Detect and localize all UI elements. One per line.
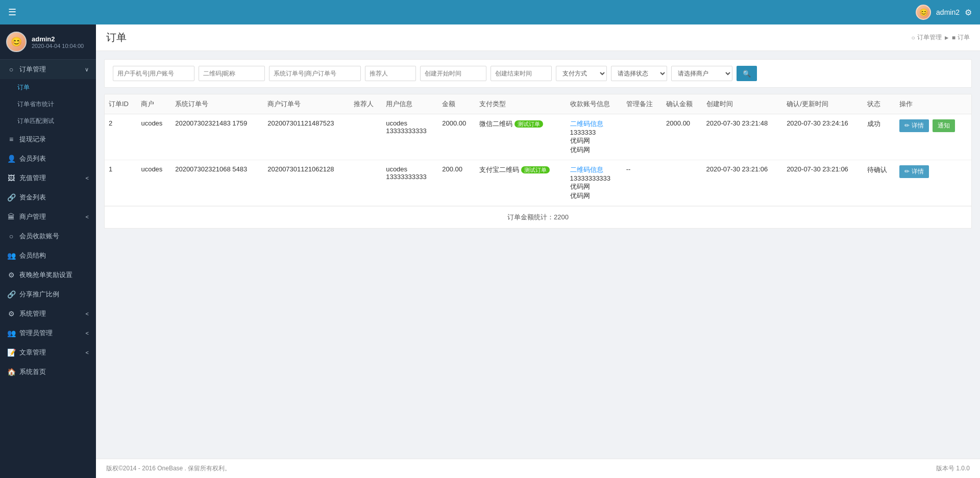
detail-btn-2[interactable]: ✏ 详情 bbox=[899, 165, 928, 178]
system-home-icon: 🏠 bbox=[7, 368, 15, 376]
cell-sys-order-2: 202007302321068 5483 bbox=[171, 160, 263, 206]
cell-payment-type-1: 微信二维码测试订单 bbox=[475, 114, 566, 160]
sidebar-item-admin-mgmt[interactable]: 👥 管理员管理 < bbox=[0, 323, 96, 343]
merchant-select[interactable]: 请选择商户 bbox=[671, 66, 732, 81]
cell-referrer-1 bbox=[350, 114, 382, 160]
settings-icon[interactable]: ⚙ bbox=[965, 8, 972, 17]
cell-actions-2: ✏ 详情 bbox=[895, 160, 971, 206]
user-info-name-1: ucodes bbox=[386, 119, 434, 127]
sidebar-item-fund[interactable]: 🔗 资金列表 bbox=[0, 188, 96, 207]
col-referrer: 推荐人 bbox=[350, 94, 382, 114]
table-card: 订单ID 商户 系统订单号 商户订单号 推荐人 用户信息 金额 支付类型 收款账… bbox=[104, 94, 972, 229]
member-list-icon: 👤 bbox=[7, 155, 15, 163]
cell-mgmt-note-2: -- bbox=[622, 160, 662, 206]
sidebar-system-mgmt-label: 系统管理 bbox=[19, 309, 46, 318]
cell-merchant-order-1: 202007301121487523 bbox=[263, 114, 350, 160]
search-button[interactable]: 🔍 bbox=[737, 66, 757, 81]
top-nav-right: 😊 admin2 ⚙ bbox=[916, 5, 972, 20]
sidebar-subitem-order-list[interactable]: 订单 bbox=[0, 79, 96, 96]
sys-order-input[interactable] bbox=[269, 66, 361, 81]
order-summary: 订单金额统计：2200 bbox=[105, 206, 971, 228]
page-header: 订单 ○ 订单管理 ► ■ 订单 bbox=[96, 24, 980, 51]
sidebar-article-mgmt-label: 文章管理 bbox=[19, 348, 46, 357]
notify-btn-1[interactable]: 通知 bbox=[933, 119, 955, 132]
cell-payment-type-2: 支付宝二维码测试订单 bbox=[475, 160, 566, 206]
detail-btn-1[interactable]: ✏ 详情 bbox=[899, 119, 928, 132]
sidebar-night-grab-label: 夜晚抢单奖励设置 bbox=[19, 270, 72, 280]
cell-created-time-1: 2020-07-30 23:21:48 bbox=[702, 114, 783, 160]
sidebar-subitem-order-stats[interactable]: 订单省市统计 bbox=[0, 96, 96, 113]
status-select[interactable]: 请选择状态 bbox=[611, 66, 667, 81]
main-content: 订单 ○ 订单管理 ► ■ 订单 支 bbox=[96, 24, 980, 478]
table-row: 1 ucodes 202007302321068 5483 2020073011… bbox=[105, 160, 971, 206]
sidebar-merchant-label: 商户管理 bbox=[19, 212, 46, 221]
sidebar-item-order-management[interactable]: ○ 订单管理 ∨ bbox=[0, 60, 96, 79]
recharge-chevron: < bbox=[86, 175, 89, 181]
sidebar-member-structure-label: 会员结构 bbox=[19, 251, 46, 260]
cell-user-info-2: ucodes 13333333333 bbox=[382, 160, 438, 206]
account-link-2[interactable]: 二维码信息 bbox=[570, 166, 603, 173]
cell-updated-time-1: 2020-07-30 23:24:16 bbox=[782, 114, 863, 160]
sidebar-order-management-label: 订单管理 bbox=[19, 65, 46, 74]
account-link-1[interactable]: 二维码信息 bbox=[570, 120, 603, 128]
sidebar-item-member-list[interactable]: 👤 会员列表 bbox=[0, 149, 96, 168]
sidebar-withdraw-label: 提现记录 bbox=[19, 135, 46, 144]
sidebar-item-system-mgmt[interactable]: ⚙ 系统管理 < bbox=[0, 304, 96, 323]
sidebar-item-share-ratio[interactable]: 🔗 分享推广比例 bbox=[0, 285, 96, 304]
hamburger-icon[interactable]: ☰ bbox=[8, 7, 16, 18]
col-order-id: 订单ID bbox=[105, 94, 137, 114]
member-structure-icon: 👥 bbox=[7, 251, 15, 260]
referrer-input[interactable] bbox=[365, 66, 416, 81]
sidebar-item-merchant[interactable]: 🏛 商户管理 < bbox=[0, 207, 96, 227]
user-info-name-2: ucodes bbox=[386, 165, 434, 173]
content-area: 支付方式 请选择状态 请选择商户 🔍 订单ID bbox=[96, 51, 980, 459]
cell-order-id-2: 1 bbox=[105, 160, 137, 206]
start-time-input[interactable] bbox=[420, 66, 486, 81]
sidebar-item-recharge[interactable]: 🖼 充值管理 < bbox=[0, 168, 96, 188]
sidebar-user: 😊 admin2 2020-04-04 10:04:00 bbox=[0, 24, 96, 60]
col-amount: 金额 bbox=[438, 94, 475, 114]
account-line4-2: 优码网 bbox=[570, 192, 590, 199]
col-updated-time: 确认/更新时间 bbox=[782, 94, 863, 114]
cell-account-info-1: 二维码信息 1333333 优码网 优码网 bbox=[566, 114, 622, 160]
col-payment-type: 支付类型 bbox=[475, 94, 566, 114]
sidebar-item-article-mgmt[interactable]: 📝 文章管理 < bbox=[0, 343, 96, 362]
cell-amount-2: 200.00 bbox=[438, 160, 475, 206]
sidebar-item-system-home[interactable]: 🏠 系统首页 bbox=[0, 362, 96, 382]
qr-input[interactable] bbox=[199, 66, 265, 81]
payment-method-select[interactable]: 支付方式 bbox=[556, 66, 607, 81]
breadcrumb-mid: ■ bbox=[952, 34, 955, 41]
cell-merchant-order-2: 202007301121062128 bbox=[263, 160, 350, 206]
sidebar-item-withdraw[interactable]: ≡ 提现记录 bbox=[0, 130, 96, 149]
col-account-info: 收款账号信息 bbox=[566, 94, 622, 114]
sidebar-member-account-label: 会员收款账号 bbox=[19, 232, 59, 241]
cell-user-info-1: ucodes 13333333333 bbox=[382, 114, 438, 160]
system-mgmt-chevron: < bbox=[86, 311, 89, 317]
sidebar-item-night-grab[interactable]: ⚙ 夜晚抢单奖励设置 bbox=[0, 265, 96, 285]
filter-card: 支付方式 请选择状态 请选择商户 🔍 bbox=[104, 59, 972, 88]
col-status: 状态 bbox=[863, 94, 895, 114]
user-info-phone-1: 13333333333 bbox=[386, 127, 434, 135]
layout: 😊 admin2 2020-04-04 10:04:00 ○ 订单管理 ∨ 订单… bbox=[0, 24, 980, 478]
col-user-info: 用户信息 bbox=[382, 94, 438, 114]
sidebar-subitem-order-match-test[interactable]: 订单匹配测试 bbox=[0, 113, 96, 130]
col-merchant-order: 商户订单号 bbox=[263, 94, 350, 114]
page-title: 订单 bbox=[106, 31, 127, 44]
end-time-input[interactable] bbox=[491, 66, 552, 81]
article-mgmt-icon: 📝 bbox=[7, 348, 15, 357]
cell-referrer-2 bbox=[350, 160, 382, 206]
phone-input[interactable] bbox=[113, 66, 194, 81]
sidebar-item-member-structure[interactable]: 👥 会员结构 bbox=[0, 246, 96, 265]
sidebar-member-list-label: 会员列表 bbox=[19, 154, 46, 163]
sidebar-share-ratio-label: 分享推广比例 bbox=[19, 290, 59, 299]
footer: 版权©2014 - 2016 OneBase . 保留所有权利。 版本号 1.0… bbox=[96, 459, 980, 478]
sidebar-admin-mgmt-label: 管理员管理 bbox=[19, 329, 53, 338]
breadcrumb-sep1: ► bbox=[944, 34, 950, 41]
cell-updated-time-2: 2020-07-30 23:21:06 bbox=[782, 160, 863, 206]
fund-icon: 🔗 bbox=[7, 193, 15, 202]
admin-mgmt-chevron: < bbox=[86, 330, 89, 336]
sidebar-fund-label: 资金列表 bbox=[19, 193, 46, 202]
sidebar-item-member-account[interactable]: ○ 会员收款账号 bbox=[0, 227, 96, 246]
table-row: 2 ucodes 202007302321483 1759 2020073011… bbox=[105, 114, 971, 160]
col-sys-order: 系统订单号 bbox=[171, 94, 263, 114]
